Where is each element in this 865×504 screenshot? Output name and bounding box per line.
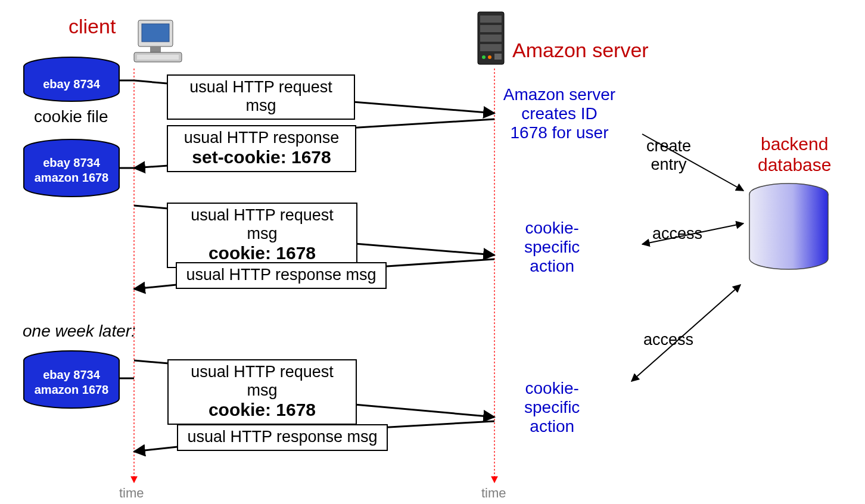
computer-icon — [134, 20, 182, 62]
msg-box-2: usual HTTP response set-cookie: 1678 — [167, 125, 356, 172]
server-icon — [478, 12, 504, 64]
svg-line-39 — [134, 360, 169, 363]
msg-box-3: usual HTTP request msg cookie: 1678 — [167, 203, 357, 268]
svg-line-33 — [349, 119, 494, 128]
msg5b-text: cookie: 1678 — [209, 400, 316, 419]
cookie3-line2: amazon 1678 — [24, 383, 119, 397]
msg4-text: usual HTTP response msg — [186, 266, 376, 284]
svg-line-38 — [134, 285, 176, 289]
msg2a-text: usual HTTP response — [184, 129, 340, 147]
cookie2-line2: amazon 1678 — [24, 171, 119, 185]
svg-line-36 — [348, 243, 494, 255]
msg3b-text: cookie: 1678 — [209, 243, 316, 263]
time-label-left: time — [119, 486, 144, 500]
cookie1-line1: ebay 8734 — [24, 77, 119, 91]
svg-point-13 — [488, 55, 491, 59]
svg-line-42 — [134, 447, 178, 452]
backend-title: backend database — [758, 134, 831, 175]
db-access-2: access — [643, 331, 693, 349]
msg-box-4: usual HTTP response msg — [176, 262, 387, 289]
svg-rect-4 — [150, 46, 161, 52]
svg-rect-10 — [480, 35, 502, 42]
server-action-1: cookie- specific action — [524, 219, 580, 276]
svg-rect-6 — [137, 55, 179, 60]
msg-box-6: usual HTTP response msg — [177, 424, 388, 451]
cookie3-line1: ebay 8734 — [24, 368, 119, 382]
svg-line-31 — [134, 80, 167, 83]
db-access-1: access — [652, 225, 702, 243]
backend-db-icon — [749, 183, 828, 269]
cookie2-line1: ebay 8734 — [24, 156, 119, 170]
svg-rect-11 — [480, 44, 502, 51]
svg-line-32 — [346, 101, 494, 113]
svg-rect-9 — [480, 25, 502, 32]
msg-box-5: usual HTTP request msg cookie: 1678 — [167, 359, 357, 425]
svg-rect-8 — [480, 15, 502, 23]
svg-rect-3 — [142, 24, 169, 42]
diagram-root: client Amazon server backend database co… — [0, 0, 865, 504]
cookie-file-caption: cookie file — [34, 107, 108, 126]
msg1-text: usual HTTP request msg — [189, 78, 332, 114]
svg-line-37 — [378, 259, 494, 267]
one-week-later: one week later: — [23, 322, 136, 341]
client-title: client — [69, 15, 116, 38]
server-action-2: cookie- specific action — [524, 379, 580, 437]
db-create-entry: create entry — [646, 137, 691, 174]
svg-rect-14 — [494, 54, 502, 60]
svg-line-35 — [134, 206, 168, 209]
svg-point-12 — [482, 55, 486, 59]
svg-line-40 — [348, 404, 494, 417]
svg-line-34 — [134, 166, 168, 168]
svg-line-41 — [379, 421, 494, 428]
time-label-right: time — [481, 486, 506, 500]
msg6-text: usual HTTP response msg — [187, 428, 377, 446]
msg3a-text: usual HTTP request msg — [191, 206, 334, 242]
msg5a-text: usual HTTP request msg — [191, 363, 334, 399]
server-create-id: Amazon server creates ID 1678 for user — [497, 85, 622, 143]
msg-box-1: usual HTTP request msg — [167, 74, 355, 120]
svg-rect-28 — [749, 194, 828, 259]
msg2b-text: set-cookie: 1678 — [192, 147, 331, 167]
graphics-layer — [0, 0, 865, 504]
server-title: Amazon server — [512, 39, 649, 62]
